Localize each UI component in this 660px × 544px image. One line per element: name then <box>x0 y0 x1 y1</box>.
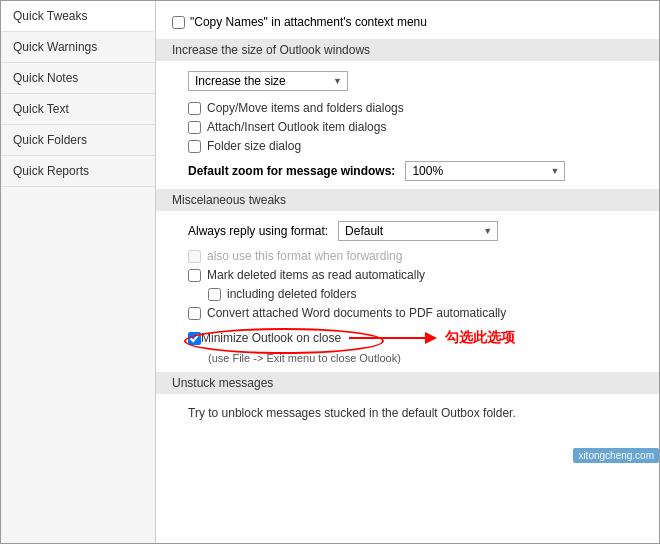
attach-insert-label: Attach/Insert Outlook item dialogs <box>207 120 386 134</box>
minimize-outlook-checkbox[interactable] <box>188 332 201 345</box>
section2-header: Miscelaneous tweaks <box>156 189 659 211</box>
minimize-outlook-checkbox-row: Minimize Outlook on close <box>188 331 341 345</box>
sidebar-item-quick-tweaks[interactable]: Quick Tweaks <box>1 1 155 32</box>
increase-size-dropdown-row: Increase the size Normal Large <box>188 71 643 91</box>
always-reply-label: Always reply using format: <box>188 224 328 238</box>
convert-word-label: Convert attached Word documents to PDF a… <box>207 306 506 320</box>
always-reply-select[interactable]: Default HTML Plain Text <box>338 221 498 241</box>
attach-insert-checkbox-row: Attach/Insert Outlook item dialogs <box>188 120 643 134</box>
copy-names-checkbox[interactable] <box>172 16 185 29</box>
minimize-outlook-section: Minimize Outlook on close 勾选此选项 <box>172 326 643 350</box>
forward-format-checkbox[interactable] <box>188 250 201 263</box>
section3-header: Unstuck messages <box>156 372 659 394</box>
copy-move-label: Copy/Move items and folders dialogs <box>207 101 404 115</box>
mark-deleted-checkbox-row: Mark deleted items as read automatically <box>188 268 643 282</box>
attach-insert-checkbox[interactable] <box>188 121 201 134</box>
mark-deleted-label: Mark deleted items as read automatically <box>207 268 425 282</box>
section1-header: Increase the size of Outlook windows <box>156 39 659 61</box>
increase-size-select[interactable]: Increase the size Normal Large <box>188 71 348 91</box>
zoom-select[interactable]: 100% 125% 150% <box>405 161 565 181</box>
convert-word-checkbox-row: Convert attached Word documents to PDF a… <box>188 306 643 320</box>
app-window: Quick Tweaks Quick Warnings Quick Notes … <box>0 0 660 544</box>
use-file-note: (use File -> Exit menu to close Outlook) <box>208 352 643 364</box>
copy-move-checkbox[interactable] <box>188 102 201 115</box>
sidebar-item-quick-warnings[interactable]: Quick Warnings <box>1 32 155 63</box>
sidebar-item-quick-reports[interactable]: Quick Reports <box>1 156 155 187</box>
content-inner: "Copy Names" in attachment's context men… <box>156 1 659 438</box>
annotation-text: 勾选此选项 <box>445 329 515 347</box>
including-deleted-label: including deleted folders <box>227 287 356 301</box>
forward-format-label: also use this format when forwarding <box>207 249 402 263</box>
arrow-line <box>349 337 429 339</box>
minimize-outlook-label: Minimize Outlook on close <box>201 331 341 345</box>
forward-format-checkbox-row: also use this format when forwarding <box>188 249 643 263</box>
folder-size-checkbox-row: Folder size dialog <box>188 139 643 153</box>
sidebar-item-quick-notes[interactable]: Quick Notes <box>1 63 155 94</box>
including-deleted-checkbox[interactable] <box>208 288 221 301</box>
folder-size-checkbox[interactable] <box>188 140 201 153</box>
folder-size-label: Folder size dialog <box>207 139 301 153</box>
sidebar: Quick Tweaks Quick Warnings Quick Notes … <box>1 1 156 543</box>
copy-move-checkbox-row: Copy/Move items and folders dialogs <box>188 101 643 115</box>
watermark: xitongcheng.com <box>573 448 659 463</box>
sidebar-item-quick-text[interactable]: Quick Text <box>1 94 155 125</box>
copy-names-label: "Copy Names" in attachment's context men… <box>190 15 427 29</box>
sidebar-item-quick-folders[interactable]: Quick Folders <box>1 125 155 156</box>
always-reply-select-wrapper: Default HTML Plain Text <box>338 221 498 241</box>
zoom-label: Default zoom for message windows: <box>188 164 395 178</box>
watermark-box: xitongcheng.com <box>573 448 659 463</box>
top-checkbox-row: "Copy Names" in attachment's context men… <box>172 9 643 39</box>
always-reply-row: Always reply using format: Default HTML … <box>188 221 643 241</box>
increase-size-select-wrapper: Increase the size Normal Large <box>188 71 348 91</box>
zoom-row: Default zoom for message windows: 100% 1… <box>188 161 643 181</box>
including-deleted-checkbox-row: including deleted folders <box>208 287 643 301</box>
arrow-annotation: 勾选此选项 <box>349 329 515 347</box>
mark-deleted-checkbox[interactable] <box>188 269 201 282</box>
zoom-select-wrapper: 100% 125% 150% <box>405 161 565 181</box>
unstuck-text: Try to unblock messages stucked in the d… <box>188 404 643 422</box>
convert-word-checkbox[interactable] <box>188 307 201 320</box>
main-content: "Copy Names" in attachment's context men… <box>156 1 659 543</box>
